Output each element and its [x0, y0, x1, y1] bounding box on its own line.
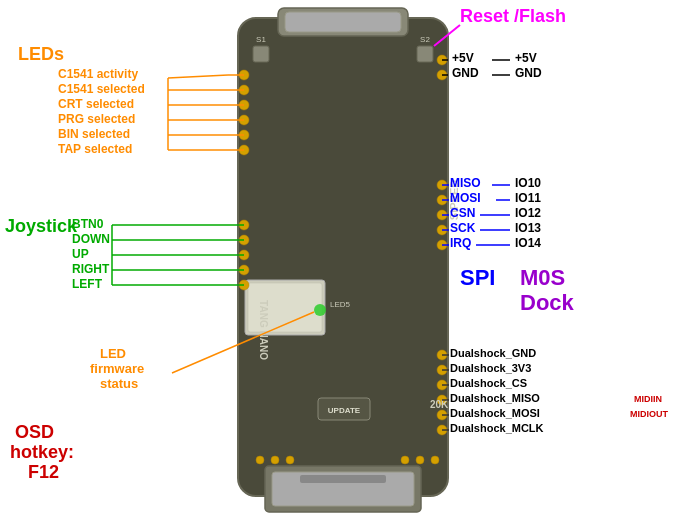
- svg-point-34: [286, 456, 294, 464]
- svg-text:hotkey:: hotkey:: [10, 442, 74, 462]
- svg-point-15: [437, 70, 447, 80]
- svg-text:Dualshock_GND: Dualshock_GND: [450, 347, 536, 359]
- svg-point-33: [271, 456, 279, 464]
- svg-point-31: [437, 425, 447, 435]
- svg-point-32: [256, 456, 264, 464]
- svg-point-30: [437, 410, 447, 420]
- svg-text:C1541 selected: C1541 selected: [58, 82, 145, 96]
- svg-text:S1: S1: [256, 35, 266, 44]
- svg-text:UPDATE: UPDATE: [328, 406, 361, 415]
- svg-text:S2: S2: [420, 35, 430, 44]
- svg-text:Dualshock_MOSI: Dualshock_MOSI: [450, 407, 540, 419]
- svg-rect-38: [318, 398, 370, 420]
- svg-rect-6: [245, 280, 325, 335]
- svg-text:LED: LED: [100, 346, 126, 361]
- svg-point-18: [437, 210, 447, 220]
- svg-point-37: [431, 456, 439, 464]
- svg-text:LED5: LED5: [330, 300, 351, 309]
- svg-point-21: [239, 220, 249, 230]
- svg-text:SPI: SPI: [460, 265, 495, 290]
- svg-text:Dualshock_3V3: Dualshock_3V3: [450, 362, 531, 374]
- svg-text:CSN: CSN: [450, 206, 475, 220]
- svg-line-78: [172, 312, 314, 373]
- svg-rect-42: [253, 46, 269, 62]
- svg-rect-4: [272, 472, 414, 506]
- svg-text:M0S: M0S: [520, 265, 565, 290]
- svg-rect-2: [285, 12, 401, 32]
- svg-text:GND: GND: [452, 66, 479, 80]
- svg-point-8: [239, 70, 249, 80]
- svg-text:TANG NANO: TANG NANO: [258, 300, 269, 360]
- svg-point-11: [239, 115, 249, 125]
- diagram-container: UPDATE LED5 S1 S2 SiPEED TANG NANO 20K L…: [0, 0, 695, 516]
- svg-text:IO12: IO12: [515, 206, 541, 220]
- svg-text:+5V: +5V: [452, 51, 474, 65]
- svg-text:IO11: IO11: [515, 191, 541, 205]
- svg-point-20: [437, 240, 447, 250]
- svg-text:MOSI: MOSI: [450, 191, 481, 205]
- svg-text:Dock: Dock: [520, 290, 575, 315]
- svg-point-25: [239, 280, 249, 290]
- svg-text:CRT selected: CRT selected: [58, 97, 134, 111]
- svg-point-16: [437, 180, 447, 190]
- svg-text:MIDIIN: MIDIIN: [634, 394, 662, 404]
- svg-text:MISO: MISO: [450, 176, 481, 190]
- svg-rect-5: [300, 475, 386, 483]
- svg-point-29: [437, 395, 447, 405]
- svg-point-40: [314, 304, 326, 316]
- svg-point-24: [239, 265, 249, 275]
- svg-point-28: [437, 380, 447, 390]
- svg-point-12: [239, 130, 249, 140]
- svg-text:IO10: IO10: [515, 176, 541, 190]
- svg-point-22: [239, 235, 249, 245]
- leds-header-label: LEDs: [18, 44, 64, 64]
- svg-point-17: [437, 195, 447, 205]
- svg-point-27: [437, 365, 447, 375]
- svg-text:Dualshock_CS: Dualshock_CS: [450, 377, 527, 389]
- svg-text:PRG selected: PRG selected: [58, 112, 135, 126]
- svg-text:LEFT: LEFT: [72, 277, 103, 291]
- svg-text:BIN selected: BIN selected: [58, 127, 130, 141]
- svg-text:RIGHT: RIGHT: [72, 262, 110, 276]
- svg-text:IO14: IO14: [515, 236, 541, 250]
- svg-point-13: [239, 145, 249, 155]
- svg-rect-44: [417, 46, 433, 62]
- svg-text:Dualshock_MCLK: Dualshock_MCLK: [450, 422, 544, 434]
- svg-text:+5V: +5V: [515, 51, 537, 65]
- svg-text:IRQ: IRQ: [450, 236, 471, 250]
- svg-text:20K: 20K: [430, 399, 449, 410]
- svg-text:TAP selected: TAP selected: [58, 142, 132, 156]
- svg-text:C1541 activity: C1541 activity: [58, 67, 138, 81]
- svg-rect-3: [265, 466, 421, 512]
- svg-text:DOWN: DOWN: [72, 232, 110, 246]
- svg-text:BTN0: BTN0: [72, 217, 104, 231]
- svg-point-26: [437, 350, 447, 360]
- svg-rect-7: [248, 283, 322, 332]
- svg-line-83: [434, 25, 460, 46]
- svg-text:Reset /Flash: Reset /Flash: [460, 6, 566, 26]
- svg-text:IO13: IO13: [515, 221, 541, 235]
- svg-point-10: [239, 100, 249, 110]
- svg-point-9: [239, 85, 249, 95]
- svg-point-14: [437, 55, 447, 65]
- svg-line-62: [168, 75, 228, 78]
- svg-point-36: [416, 456, 424, 464]
- svg-text:F12: F12: [28, 462, 59, 482]
- svg-rect-0: [238, 18, 448, 496]
- svg-text:MIDIOUT: MIDIOUT: [630, 409, 668, 419]
- svg-text:Dualshock_MISO: Dualshock_MISO: [450, 392, 540, 404]
- svg-text:firmware: firmware: [90, 361, 144, 376]
- svg-text:OSD: OSD: [15, 422, 54, 442]
- svg-text:SCK: SCK: [450, 221, 476, 235]
- svg-text:Joystick: Joystick: [5, 216, 78, 236]
- svg-text:UP: UP: [72, 247, 89, 261]
- svg-text:SiPEED: SiPEED: [448, 180, 460, 220]
- svg-rect-1: [278, 8, 408, 36]
- svg-point-23: [239, 250, 249, 260]
- svg-text:status: status: [100, 376, 138, 391]
- svg-point-19: [437, 225, 447, 235]
- svg-text:GND: GND: [515, 66, 542, 80]
- svg-point-35: [401, 456, 409, 464]
